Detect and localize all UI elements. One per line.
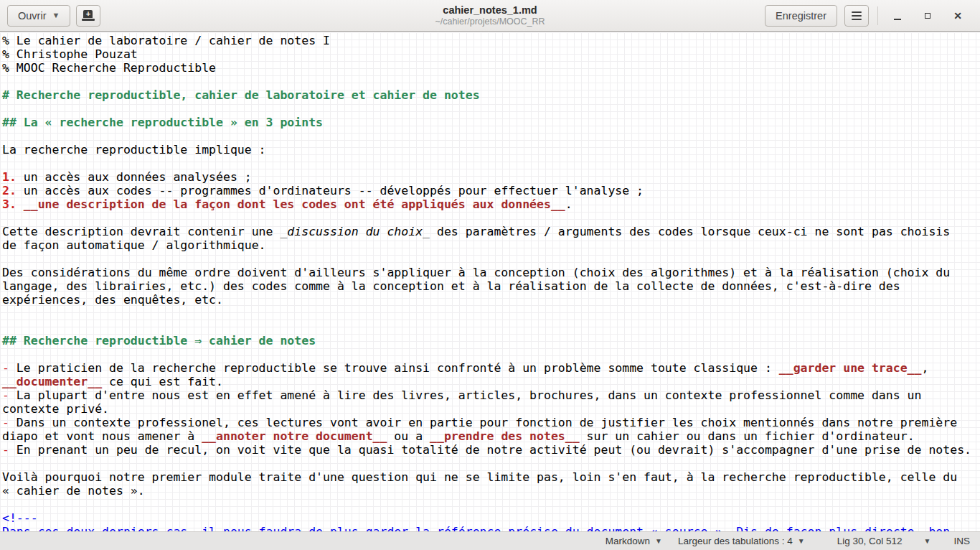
editor-line[interactable] — [2, 307, 980, 320]
minimize-icon — [894, 19, 901, 20]
new-document-button[interactable]: + — [76, 5, 100, 27]
editor-line[interactable]: % MOOC Recherche Reproductible — [2, 61, 980, 75]
text-run[interactable]: un accès aux codes -- programmes d'ordin… — [17, 184, 644, 197]
text-run[interactable]: Le praticien de la recherche reproductib… — [9, 361, 779, 375]
text-run[interactable]: __annoter notre document__ — [202, 429, 387, 443]
text-run[interactable]: 1. — [2, 170, 17, 184]
text-run[interactable]: - — [2, 416, 9, 429]
text-run[interactable]: Cette description devrait contenir une — [2, 225, 280, 238]
text-run[interactable]: expériences, des enquêtes, etc. — [2, 293, 223, 307]
text-run[interactable]: diapo et vont nous amener à — [2, 429, 202, 443]
editor-line[interactable]: __documenter__ ce qui est fait. — [2, 375, 980, 388]
text-run[interactable]: 3. — [2, 197, 17, 211]
save-button[interactable]: Enregistrer — [765, 5, 837, 27]
editor-line[interactable]: langage, des librairies, etc.) des codes… — [2, 279, 980, 293]
text-run[interactable]: % Le cahier de laboratoire / cahier de n… — [2, 34, 330, 47]
editor-line[interactable]: - Dans un contexte professionel, ces lec… — [2, 416, 980, 429]
hamburger-icon — [852, 11, 862, 20]
text-editor-area[interactable]: % Le cahier de laboratoire / cahier de n… — [0, 32, 980, 531]
editor-line[interactable] — [2, 129, 980, 143]
text-run[interactable]: % Christophe Pouzat — [2, 47, 138, 61]
text-run[interactable]: ou a — [387, 429, 430, 443]
editor-line[interactable] — [2, 102, 980, 116]
text-run[interactable]: La plupart d'entre nous est en effet ame… — [9, 388, 922, 402]
editor-line[interactable]: expériences, des enquêtes, etc. — [2, 293, 980, 307]
text-run[interactable] — [17, 197, 24, 211]
text-run[interactable]: ## La « recherche reproductible » en 3 p… — [2, 116, 323, 129]
text-run[interactable]: _discussion du choix_ — [280, 225, 430, 238]
editor-line[interactable]: ## La « recherche reproductible » en 3 p… — [2, 116, 980, 129]
editor-line[interactable]: diapo et vont nous amener à __annoter no… — [2, 429, 980, 443]
text-run[interactable]: - — [2, 388, 9, 402]
editor-line[interactable]: - Le praticien de la recherche reproduct… — [2, 361, 980, 375]
editor-line[interactable]: de façon automatique / algorithmique. — [2, 238, 980, 252]
text-run[interactable]: - — [2, 443, 9, 457]
text-run[interactable]: __garder une trace__ — [779, 361, 922, 375]
new-document-icon: + — [82, 10, 95, 21]
chevron-down-icon: ▼ — [798, 538, 805, 545]
text-run[interactable]: La recherche reproductible implique : — [2, 143, 266, 157]
text-run[interactable]: , — [921, 361, 928, 375]
editor-line[interactable] — [2, 320, 980, 334]
text-run[interactable]: <!--- — [2, 511, 38, 525]
editor-line[interactable]: 2. un accès aux codes -- programmes d'or… — [2, 184, 980, 197]
editor-line[interactable]: - En prenant un peu de recul, on voit vi… — [2, 443, 980, 457]
editor-line[interactable]: % Christophe Pouzat — [2, 47, 980, 61]
header-bar: Ouvrir ▼ + cahier_notes_1.md ~/cahier/pr… — [0, 0, 980, 32]
close-button[interactable]: ✕ — [943, 4, 973, 28]
goto-line-dropdown[interactable]: ▼ — [924, 538, 931, 545]
editor-line[interactable] — [2, 252, 980, 266]
editor-line[interactable]: La recherche reproductible implique : — [2, 143, 980, 157]
editor-line[interactable] — [2, 498, 980, 511]
editor-line[interactable]: - La plupart d'entre nous est en effet a… — [2, 388, 980, 402]
text-run[interactable]: ## Recherche reproductible ⇒ cahier de n… — [2, 334, 316, 348]
editor-line[interactable] — [2, 211, 980, 225]
text-run[interactable]: Voilà pourquoi notre premier module trai… — [2, 470, 957, 484]
editor-line[interactable]: % Le cahier de laboratoire / cahier de n… — [2, 34, 980, 47]
maximize-button[interactable] — [913, 4, 943, 28]
header-left-group: Ouvrir ▼ + — [7, 5, 100, 27]
text-run[interactable]: __une description de la façon dont les c… — [24, 197, 565, 211]
editor-line[interactable]: # Recherche reproductible, cahier de lab… — [2, 88, 980, 102]
editor-line[interactable]: Cette description devrait contenir une _… — [2, 225, 980, 238]
text-run[interactable]: - — [2, 361, 9, 375]
tab-width-selector[interactable]: Largeur des tabulations : 4 ▼ — [678, 536, 805, 546]
minimize-button[interactable] — [882, 4, 913, 28]
text-run[interactable]: Des considérations du même ordre doivent… — [2, 266, 950, 279]
text-run[interactable]: En prenant un peu de recul, on voit vite… — [9, 443, 971, 457]
header-right-group: Enregistrer ✕ — [765, 4, 973, 28]
language-selector[interactable]: Markdown ▼ — [606, 536, 662, 546]
editor-line[interactable]: <!--- — [2, 511, 980, 525]
editor-line[interactable]: Voilà pourquoi notre premier module trai… — [2, 470, 980, 484]
text-run[interactable]: . — [565, 197, 573, 211]
maximize-icon — [925, 13, 930, 19]
editor-line[interactable]: contexte privé. — [2, 402, 980, 416]
text-run[interactable]: ce qui est fait. — [102, 375, 223, 388]
editor-line[interactable] — [2, 457, 980, 470]
text-run[interactable]: de façon automatique / algorithmique. — [2, 238, 266, 252]
text-run[interactable]: des paramètres / arguments des codes lor… — [430, 225, 950, 238]
text-run[interactable]: sur un cahier ou dans un fichier d'ordin… — [580, 429, 915, 443]
editor-line[interactable]: Des considérations du même ordre doivent… — [2, 266, 980, 279]
editor-line[interactable] — [2, 348, 980, 361]
editor-line[interactable] — [2, 75, 980, 88]
text-run[interactable]: contexte privé. — [2, 402, 109, 416]
text-run[interactable]: # Recherche reproductible, cahier de lab… — [2, 88, 480, 102]
text-run[interactable]: langage, des librairies, etc.) des codes… — [2, 279, 900, 293]
editor-line[interactable]: 3. __une description de la façon dont le… — [2, 197, 980, 211]
text-run[interactable]: 2. — [2, 184, 17, 197]
editor-line[interactable] — [2, 157, 980, 170]
editor-line[interactable]: « cahier de notes ». — [2, 484, 980, 498]
text-run[interactable]: __prendre des notes__ — [430, 429, 580, 443]
menu-button[interactable] — [844, 5, 869, 27]
text-run[interactable]: un accès aux données analysées ; — [17, 170, 252, 184]
editor-line[interactable]: 1. un accès aux données analysées ; — [2, 170, 980, 184]
text-run[interactable]: « cahier de notes ». — [2, 484, 145, 498]
editor-line[interactable]: ## Recherche reproductible ⇒ cahier de n… — [2, 334, 980, 348]
text-run[interactable]: Dans ces deux derniers cas, il nous faud… — [2, 525, 950, 531]
open-button[interactable]: Ouvrir ▼ — [7, 5, 70, 27]
text-run[interactable]: % MOOC Recherche Reproductible — [2, 61, 216, 75]
text-run[interactable]: Dans un contexte professionel, ces lectu… — [9, 416, 957, 429]
editor-line[interactable]: Dans ces deux derniers cas, il nous faud… — [2, 525, 980, 531]
text-run[interactable]: __documenter__ — [2, 375, 102, 388]
